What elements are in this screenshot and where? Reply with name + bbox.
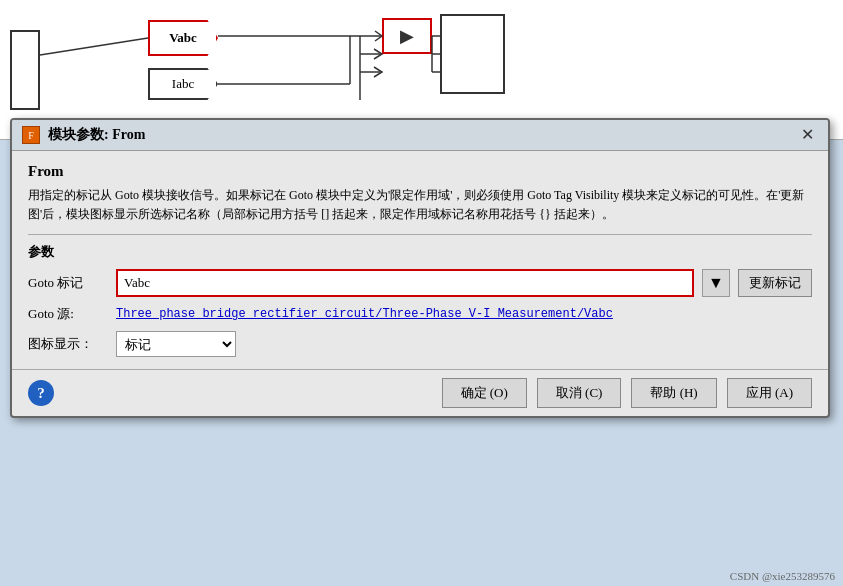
apply-button[interactable]: 应用 (A) — [727, 378, 812, 408]
dialog-titlebar: F 模块参数: From ✕ — [12, 120, 828, 151]
section-divider — [28, 234, 812, 235]
vabc-label: Vabc — [169, 30, 197, 46]
square-block — [440, 14, 505, 94]
update-tag-button[interactable]: 更新标记 — [738, 269, 812, 297]
chevron-down-icon: ▼ — [708, 274, 724, 292]
cancel-button[interactable]: 取消 (C) — [537, 378, 622, 408]
watermark: CSDN @xie253289576 — [730, 570, 835, 582]
icon-display-label: 图标显示： — [28, 335, 108, 353]
arrow-icon: ▶ — [400, 25, 414, 47]
vabc-block: Vabc — [148, 20, 218, 56]
icon-display-select[interactable]: 标记 — [116, 331, 236, 357]
goto-source-link[interactable]: Three phase bridge rectifier circuit/Thr… — [116, 307, 613, 321]
title-icon: F — [22, 126, 40, 144]
dialog-footer: ? 确定 (O) 取消 (C) 帮助 (H) 应用 (A) — [12, 369, 828, 416]
params-section-title: 参数 — [28, 243, 812, 261]
dialog-block-params: F 模块参数: From ✕ From 用指定的标记从 Goto 模块接收信号。… — [10, 118, 830, 418]
footer-buttons: 确定 (O) 取消 (C) 帮助 (H) 应用 (A) — [442, 378, 812, 408]
iabc-block: Iabc — [148, 68, 218, 100]
goto-tag-input[interactable] — [116, 269, 694, 297]
goto-tag-row: Goto 标记 ▼ 更新标记 — [28, 269, 812, 297]
block-name-heading: From — [28, 163, 812, 180]
close-button[interactable]: ✕ — [797, 127, 818, 143]
help-button[interactable]: 帮助 (H) — [631, 378, 716, 408]
dialog-title: 模块参数: From — [48, 126, 789, 144]
block-description: 用指定的标记从 Goto 模块接收信号。如果标记在 Goto 模块中定义为'限定… — [28, 186, 812, 224]
dialog-body: From 用指定的标记从 Goto 模块接收信号。如果标记在 Goto 模块中定… — [12, 151, 828, 369]
left-block — [10, 30, 40, 110]
confirm-button[interactable]: 确定 (O) — [442, 378, 527, 408]
arrow-block: ▶ — [382, 18, 432, 54]
footer-left: ? — [28, 380, 54, 406]
goto-source-label: Goto 源: — [28, 305, 108, 323]
goto-tag-label: Goto 标记 — [28, 274, 108, 292]
help-icon[interactable]: ? — [28, 380, 54, 406]
svg-line-0 — [40, 38, 148, 55]
goto-tag-dropdown[interactable]: ▼ — [702, 269, 730, 297]
iabc-label: Iabc — [172, 76, 194, 92]
goto-source-row: Goto 源: Three phase bridge rectifier cir… — [28, 305, 812, 323]
icon-display-row: 图标显示： 标记 — [28, 331, 812, 357]
